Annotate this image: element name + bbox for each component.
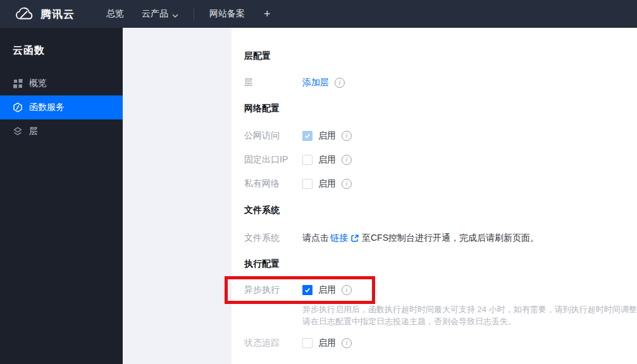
cfs-console-link[interactable]: 链接: [330, 233, 348, 244]
public-access-checkbox: [302, 131, 312, 141]
enable-label: 启用: [318, 178, 336, 190]
info-icon[interactable]: i: [342, 338, 352, 348]
sidebar-item-function-service[interactable]: 函数服务: [0, 95, 123, 119]
navbar-divider: [194, 8, 194, 20]
async-execution-helper-text: 异步执行启用后，函数执行超时时间最大可支持 24 小时，如有需要，请到执行超时时…: [302, 303, 637, 327]
sidebar-item-layers[interactable]: 层: [0, 119, 123, 143]
info-icon[interactable]: i: [342, 131, 352, 141]
nav-item-website-icp[interactable]: 网站备案: [201, 0, 254, 28]
enable-label: 启用: [318, 284, 336, 296]
brand-name: 腾讯云: [40, 7, 75, 21]
helper-line-1: 异步执行启用后，函数执行超时时间最大可支持 24 小时，如有需要，请到执行超时时…: [302, 303, 637, 315]
async-execution-row: 异步执行 启用 i: [244, 278, 637, 302]
info-icon[interactable]: i: [335, 78, 345, 88]
info-icon[interactable]: i: [342, 155, 352, 165]
add-layer-link[interactable]: 添加层: [302, 77, 329, 88]
fixed-egress-ip-label: 固定出口IP: [244, 154, 302, 166]
sidebar-item-label: 概览: [29, 78, 47, 89]
top-navbar: 腾讯云 总览 云产品 网站备案 +: [0, 0, 637, 28]
layer-row: 层 添加层 i: [244, 71, 637, 95]
status-tracking-label: 状态追踪: [244, 337, 302, 349]
status-tracking-checkbox[interactable]: [302, 338, 312, 348]
content-gutter: [123, 28, 232, 364]
private-network-label: 私有网络: [244, 178, 302, 190]
async-execution-checkbox[interactable]: [302, 285, 312, 295]
sidebar-item-overview[interactable]: 概览: [0, 71, 123, 95]
function-service-icon: [13, 102, 23, 112]
file-system-text-before: 请点击: [302, 233, 329, 244]
enable-label: 启用: [318, 130, 336, 142]
section-title-execution-config: 执行配置: [244, 257, 637, 270]
file-system-text-after: 至CFS控制台进行开通，完成后请刷新页面。: [362, 233, 539, 244]
status-tracking-row: 状态追踪 启用 i: [244, 331, 637, 355]
sidebar-item-label: 层: [29, 126, 38, 137]
enable-label: 启用: [318, 154, 336, 166]
file-system-label: 文件系统: [244, 233, 302, 244]
nav-item-overview[interactable]: 总览: [97, 0, 133, 28]
enable-label: 启用: [318, 337, 336, 349]
private-network-checkbox[interactable]: [302, 179, 312, 189]
function-config-panel: 层配置 层 添加层 i 网络配置 公网访问 启用 i 固定出口IP 启用 i 私…: [232, 28, 637, 364]
async-execution-label: 异步执行: [244, 284, 302, 296]
fixed-egress-ip-checkbox[interactable]: [302, 155, 312, 165]
layer-label: 层: [244, 77, 302, 88]
file-system-row: 文件系统 请点击链接 至CFS控制台进行开通，完成后请刷新页面。: [244, 226, 637, 250]
sidebar: 云函数 概览 函数服务 层: [0, 28, 123, 364]
cloud-logo-icon: [14, 6, 34, 21]
external-link-icon[interactable]: [350, 234, 359, 243]
public-access-label: 公网访问: [244, 130, 302, 142]
sidebar-item-label: 函数服务: [29, 102, 65, 113]
info-icon[interactable]: i: [342, 285, 352, 295]
private-network-row: 私有网络 启用 i: [244, 172, 637, 196]
chevron-down-icon: [172, 9, 178, 20]
fixed-egress-ip-row: 固定出口IP 启用 i: [244, 148, 637, 172]
overview-grid-icon: [13, 78, 23, 88]
nav-item-cloud-products[interactable]: 云产品: [133, 0, 187, 28]
section-title-file-system: 文件系统: [244, 203, 637, 216]
sidebar-title: 云函数: [0, 28, 123, 71]
layers-icon: [13, 126, 23, 136]
add-tab-button[interactable]: +: [254, 8, 281, 21]
info-icon[interactable]: i: [342, 179, 352, 189]
section-title-network-config: 网络配置: [244, 102, 637, 114]
helper-line-2: 请在日志配置中指定日志投递主题，否则会导致日志丢失。: [302, 315, 637, 327]
section-title-layer-config: 层配置: [244, 49, 637, 62]
tencent-cloud-logo[interactable]: 腾讯云: [0, 6, 75, 21]
public-access-row: 公网访问 启用 i: [244, 124, 637, 148]
navbar-menu: 总览 云产品 网站备案 +: [97, 0, 281, 28]
